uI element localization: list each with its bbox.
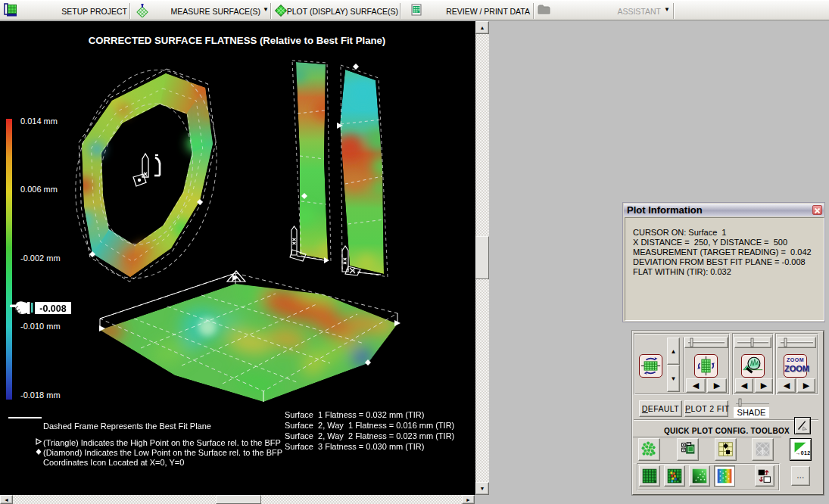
svg-text:0.014 mm: 0.014 mm (20, 117, 58, 126)
svg-text:0.006 mm: 0.006 mm (20, 185, 58, 194)
svg-text:Coordinates Icon Located at X=: Coordinates Icon Located at X=0, Y=0 (43, 458, 184, 467)
svg-text:Surface 2, Way 1 Flatness =: Surface 2, Way 1 Flatness = 0.016 mm (TI… (285, 421, 454, 430)
svg-text:Surface 2, Way 2 Flatness =: Surface 2, Way 2 Flatness = 0.023 mm (TI… (285, 431, 454, 440)
svg-text:CORRECTED SURFACE FLATNESS (Re: CORRECTED SURFACE FLATNESS (Relative to … (89, 35, 386, 46)
svg-text:Surface 1 Flatness = 0.032 mm: Surface 1 Flatness = 0.032 mm (TIR) (285, 410, 424, 419)
svg-text:-0.002 mm: -0.002 mm (20, 254, 61, 263)
svg-text:-0.018 mm: -0.018 mm (20, 390, 61, 400)
svg-text:(Triangle) Indicates the High: (Triangle) Indicates the High Point on t… (43, 438, 281, 447)
svg-text:-0.008: -0.008 (39, 303, 66, 314)
svg-text:(Diamond) Indicates the Low Po: (Diamond) Indicates the Low Point on the… (43, 448, 282, 457)
svg-text:→012: →012 (796, 450, 811, 456)
svg-text:Surface 3 Flatness = 0.030 mm: Surface 3 Flatness = 0.030 mm (TIR) (285, 442, 424, 451)
svg-text:-0.010 mm: -0.010 mm (20, 322, 61, 331)
svg-text:Dashed Frame Represents the Be: Dashed Frame Represents the Best Fit Pla… (43, 422, 211, 431)
